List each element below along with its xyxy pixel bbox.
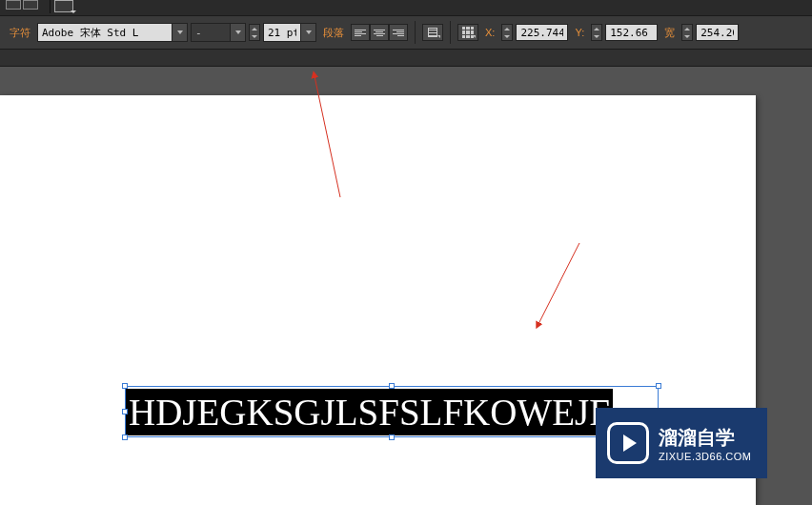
annotation-arrow-2 bbox=[529, 238, 586, 333]
font-style-dropdown[interactable] bbox=[191, 23, 246, 42]
svg-line-1 bbox=[315, 76, 340, 197]
watermark-title: 溜溜自学 bbox=[659, 425, 751, 451]
align-left-button[interactable] bbox=[351, 24, 370, 41]
page-layout-dropdown[interactable] bbox=[54, 0, 73, 12]
font-size-down[interactable] bbox=[250, 32, 259, 40]
watermark-url: ZIXUE.3D66.COM bbox=[659, 451, 751, 462]
character-label: 字符 bbox=[6, 26, 34, 40]
font-size-arrow[interactable] bbox=[300, 24, 315, 41]
font-size-dropdown[interactable] bbox=[263, 23, 316, 42]
layout-icon-2[interactable] bbox=[23, 0, 38, 10]
sub-toolbar bbox=[0, 50, 812, 67]
grid-icon bbox=[462, 27, 474, 38]
list-style-button[interactable] bbox=[422, 24, 443, 41]
align-button-group bbox=[351, 24, 408, 41]
y-coord-input[interactable] bbox=[605, 24, 658, 41]
handle-top-left[interactable] bbox=[122, 383, 128, 389]
font-size-up[interactable] bbox=[250, 25, 259, 32]
align-center-button[interactable] bbox=[370, 24, 389, 41]
layout-icon-1[interactable] bbox=[6, 0, 21, 10]
handle-top-mid[interactable] bbox=[389, 383, 395, 389]
font-size-input[interactable] bbox=[264, 24, 300, 41]
font-family-input[interactable] bbox=[38, 24, 172, 41]
handle-bot-left[interactable] bbox=[122, 434, 128, 440]
font-family-dropdown[interactable] bbox=[37, 23, 188, 42]
width-label: 宽 bbox=[660, 26, 679, 40]
watermark: 溜溜自学 ZIXUE.3D66.COM bbox=[596, 408, 767, 478]
selected-text-content[interactable]: HDJEGKSGJLSFSLFKOWEJF bbox=[126, 389, 613, 435]
x-label: X: bbox=[481, 27, 498, 38]
handle-top-right[interactable] bbox=[656, 383, 661, 389]
text-frame[interactable]: HDJEGKSGJLSFSLFKOWEJF bbox=[125, 386, 659, 437]
y-spinner[interactable] bbox=[591, 24, 602, 41]
font-family-arrow[interactable] bbox=[172, 24, 187, 41]
x-coord-input[interactable] bbox=[516, 24, 568, 41]
width-spinner[interactable] bbox=[681, 24, 693, 41]
handle-bot-mid[interactable] bbox=[389, 434, 395, 440]
play-icon bbox=[607, 422, 649, 464]
font-size-spinner[interactable] bbox=[249, 24, 260, 41]
character-toolbar: 字符 段落 bbox=[0, 15, 812, 50]
font-style-arrow[interactable] bbox=[230, 24, 245, 41]
top-menu-bar bbox=[0, 0, 812, 15]
width-input[interactable] bbox=[696, 24, 739, 41]
x-spinner[interactable] bbox=[501, 24, 513, 41]
annotation-arrow-1 bbox=[307, 69, 355, 202]
y-label: Y: bbox=[571, 27, 588, 38]
reference-point-button[interactable] bbox=[457, 24, 478, 41]
font-style-input[interactable] bbox=[192, 24, 230, 41]
handle-mid-left[interactable] bbox=[122, 409, 128, 414]
paragraph-label: 段落 bbox=[319, 26, 348, 40]
align-right-button[interactable] bbox=[389, 24, 408, 41]
svg-line-3 bbox=[538, 243, 579, 324]
